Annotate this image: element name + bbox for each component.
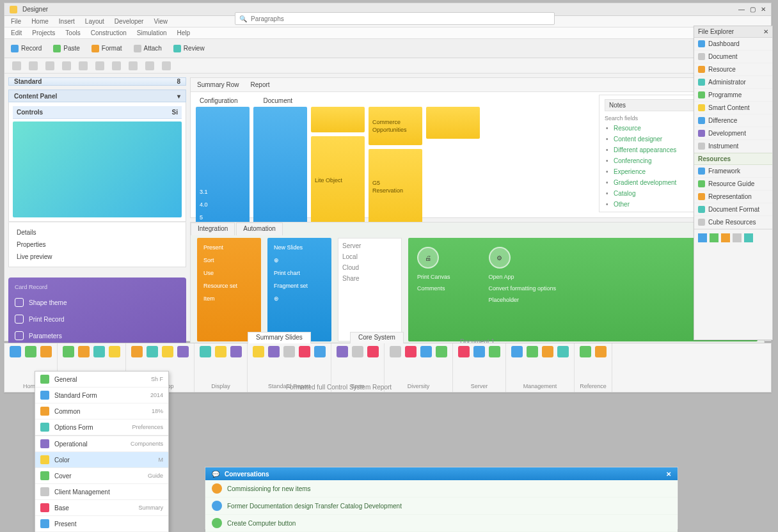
ribbon-icon[interactable] — [25, 346, 36, 357]
ribbon-icon[interactable] — [352, 346, 363, 357]
ribbon-icon[interactable] — [299, 346, 310, 357]
ribbon-btn[interactable]: Record — [11, 45, 42, 52]
tool-icon[interactable] — [95, 61, 104, 70]
tool-icon[interactable] — [744, 233, 753, 242]
max-icon[interactable]: ▢ — [750, 6, 756, 13]
tool-icon[interactable] — [29, 61, 38, 70]
ribbon-icon[interactable] — [147, 346, 158, 357]
menu-item[interactable]: OperationalComponents — [35, 436, 168, 452]
ribbon-icon[interactable] — [420, 346, 432, 357]
card-tab[interactable]: Automation — [236, 223, 283, 235]
menu-item[interactable]: File — [11, 18, 21, 25]
pp-item[interactable]: Administrator — [694, 76, 772, 89]
menu-item[interactable]: Options FormPreferences — [35, 419, 168, 435]
menu-item[interactable]: View — [154, 18, 168, 25]
ribbon-icon[interactable] — [489, 346, 500, 357]
doc-tab[interactable]: Report — [251, 81, 270, 88]
min-icon[interactable]: — — [738, 6, 745, 13]
yellow-cell[interactable]: CommerceOpportunities — [369, 107, 422, 145]
card-row[interactable]: Shape theme — [15, 298, 180, 307]
nav-header[interactable]: Content Panel▾ — [8, 90, 186, 102]
yellow-cell[interactable] — [311, 107, 365, 132]
ribbon-icon[interactable] — [337, 346, 348, 357]
pp-item[interactable]: Document Format — [694, 203, 772, 216]
ribbon-icon[interactable] — [109, 346, 120, 357]
tool-icon[interactable] — [12, 61, 21, 70]
menu-item[interactable]: Insert — [59, 18, 75, 25]
yellow-cell[interactable]: Lite Object — [311, 136, 365, 224]
ribbon-tab[interactable]: Core System — [350, 332, 404, 343]
pp-item[interactable]: Dashboard — [694, 38, 772, 51]
pp-item[interactable]: Programme — [694, 89, 772, 102]
collapse-icon[interactable]: ▾ — [177, 93, 180, 100]
ribbon-icon[interactable] — [542, 346, 553, 357]
tool-icon[interactable] — [710, 233, 718, 242]
pp-header[interactable]: File Explorer✕ — [694, 26, 772, 38]
nav-item[interactable]: Live preview — [13, 251, 182, 263]
ribbon-icon[interactable] — [367, 346, 379, 357]
menu-item[interactable]: Present — [35, 516, 168, 532]
menu-item[interactable]: Layout — [85, 18, 104, 25]
ribbon-tab[interactable]: Summary Slides — [248, 332, 311, 343]
card-row[interactable]: Print Record — [15, 315, 180, 324]
ribbon-icon[interactable] — [314, 346, 326, 357]
tool-icon[interactable] — [112, 61, 121, 70]
ribbon-btn[interactable]: Attach — [134, 45, 162, 52]
search-box[interactable]: 🔍 — [235, 12, 555, 25]
pp-item[interactable]: Document — [694, 51, 772, 63]
pp-item[interactable]: Framework — [694, 165, 772, 178]
menu-item[interactable]: CoverGuide — [35, 468, 168, 484]
list-item[interactable]: Server — [342, 242, 397, 249]
tool-icon[interactable] — [162, 61, 171, 70]
ribbon-icon[interactable] — [200, 346, 211, 357]
blue-col[interactable] — [253, 107, 307, 224]
list-item[interactable]: Share — [342, 275, 397, 282]
search-input[interactable] — [251, 15, 550, 22]
ribbon-icon[interactable] — [63, 346, 74, 357]
blue-card[interactable]: New Slides ⊕ Print chart Fragment set ⊛ — [267, 238, 331, 341]
tool-icon[interactable] — [698, 233, 707, 242]
ribbon-icon[interactable] — [162, 346, 173, 357]
pp-item[interactable]: Difference — [694, 114, 772, 127]
ribbon-icon[interactable] — [10, 346, 21, 357]
ribbon-icon[interactable] — [390, 346, 401, 357]
pp-item[interactable]: Resource — [694, 63, 772, 76]
pp-item[interactable]: Development — [694, 127, 772, 140]
close-icon[interactable]: ✕ — [763, 28, 768, 35]
ribbon-icon[interactable] — [177, 346, 189, 357]
menu-item[interactable]: BaseSummary — [35, 500, 168, 516]
menu-item[interactable]: Simulation — [137, 29, 167, 36]
menu-item[interactable]: Edit — [11, 29, 22, 36]
ribbon-icon[interactable] — [458, 346, 470, 357]
pp-item[interactable]: Smart Content — [694, 102, 772, 114]
ribbon-icon[interactable] — [131, 346, 143, 357]
ribbon-icon[interactable] — [268, 346, 280, 357]
ribbon-icon[interactable] — [253, 346, 264, 357]
nav-item[interactable]: Details — [13, 226, 182, 239]
nav-item[interactable]: Properties — [13, 239, 182, 251]
ribbon-icon[interactable] — [557, 346, 569, 357]
menu-item[interactable]: Developer — [115, 18, 144, 25]
ribbon-btn[interactable]: Review — [173, 45, 205, 52]
tool-icon[interactable] — [62, 61, 71, 70]
pp-section[interactable]: Resources — [694, 153, 772, 165]
pp-item[interactable]: Resource Guide — [694, 178, 772, 191]
close-icon[interactable]: ✕ — [761, 6, 766, 13]
ribbon-icon[interactable] — [40, 346, 52, 357]
ribbon-icon[interactable] — [93, 346, 105, 357]
tool-icon[interactable] — [733, 233, 742, 242]
close-icon[interactable]: ✕ — [666, 471, 671, 478]
pp-item[interactable]: Instrument — [694, 140, 772, 153]
ribbon-btn[interactable]: Format — [91, 45, 122, 52]
tool-icon[interactable] — [129, 61, 138, 70]
ribbon-icon[interactable] — [595, 346, 607, 357]
yellow-cell[interactable] — [426, 107, 480, 139]
menu-item[interactable]: Home — [31, 18, 49, 25]
menu-item[interactable]: Tools — [65, 29, 80, 36]
pp-item[interactable]: Cube Resources — [694, 216, 772, 229]
ribbon-icon[interactable] — [580, 346, 591, 357]
chat-message[interactable]: Create Computer button — [205, 515, 678, 532]
menu-item[interactable]: Construction — [91, 29, 127, 36]
menu-item[interactable]: Common18% — [35, 403, 168, 419]
menu-item[interactable]: GeneralSh F — [35, 372, 168, 387]
